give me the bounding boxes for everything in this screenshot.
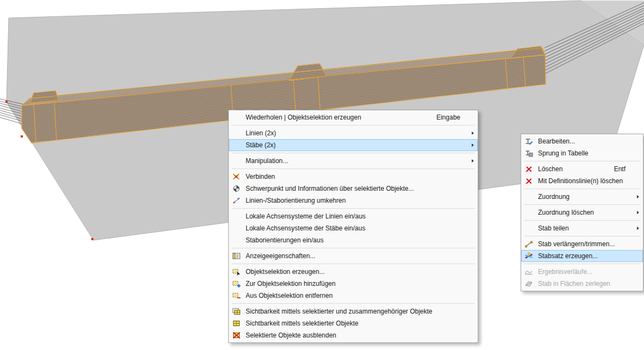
node-marker[interactable] bbox=[21, 135, 23, 138]
menu-item-aus-objektselektion[interactable]: Aus Objektselektion entfernen bbox=[229, 290, 478, 302]
menu-item-label: Zur Objektselektion hinzufügen bbox=[246, 280, 477, 288]
submenu-item-stab-in-flaechen-zerlegen[interactable]: Stab in Flächen zerlegen bbox=[521, 278, 643, 290]
menu-item-objektselektion-erzeugen[interactable]: Objektselektion erzeugen... bbox=[229, 266, 478, 278]
delete-member-icon bbox=[522, 165, 535, 173]
menu-item-label: Löschen bbox=[538, 165, 604, 173]
menu-item-staebe[interactable]: Stäbe (2x) bbox=[229, 139, 478, 151]
submenu-arrow-icon bbox=[472, 143, 474, 147]
create-object-selection-icon bbox=[230, 267, 243, 276]
submenu-item-zuordnung[interactable]: Zuordnung bbox=[521, 191, 643, 203]
node-marker[interactable] bbox=[5, 101, 8, 103]
menu-separator bbox=[524, 220, 640, 221]
menu-separator bbox=[232, 168, 475, 169]
submenu-item-zuordnung-loeschen[interactable]: Zuordnung löschen bbox=[521, 207, 643, 218]
no-icon bbox=[522, 208, 535, 217]
menu-item-label: Selektierte Objekte ausblenden bbox=[246, 332, 477, 339]
menu-item-label: Schwerpunkt und Informationen über selek… bbox=[246, 185, 477, 192]
no-icon bbox=[522, 192, 535, 201]
edit-member-icon bbox=[522, 137, 535, 146]
menu-item-label: Lokale Achsensysteme der Linien ein/aus bbox=[246, 212, 477, 220]
submenu-item-sprung-in-tabelle[interactable]: Sprung in Tabelle bbox=[521, 147, 643, 159]
submenu-arrow-icon bbox=[637, 195, 639, 198]
menu-item-label: Staborientierungen ein/aus bbox=[246, 236, 477, 244]
menu-item-sichtbarkeit-selektierte[interactable]: Sichtbarkeit mittels selektierter Objekt… bbox=[229, 317, 478, 329]
menu-item-label: Anzeigeeigenschaften... bbox=[246, 252, 477, 260]
visibility-related-objects-icon bbox=[230, 307, 243, 316]
jump-to-table-icon bbox=[522, 149, 535, 158]
submenu-item-loeschen[interactable]: Löschen Entf bbox=[521, 163, 643, 175]
no-icon bbox=[230, 212, 243, 221]
menu-item-label: Objektselektion erzeugen... bbox=[246, 268, 477, 276]
menu-item-orientierung-umkehren[interactable]: Linien-/Staborientierung umkehren bbox=[229, 195, 478, 207]
application-window: Wiederholen | Objektselektion erzeugen E… bbox=[0, 0, 644, 350]
context-menu: Wiederholen | Objektselektion erzeugen E… bbox=[228, 110, 478, 343]
menu-item-linien[interactable]: Linien (2x) bbox=[229, 127, 478, 139]
visibility-selected-objects-icon bbox=[230, 319, 243, 328]
menu-item-lokale-achsen-linien[interactable]: Lokale Achsensysteme der Linien ein/aus bbox=[229, 210, 478, 222]
submenu-item-stabsatz-erzeugen[interactable]: Stabsatz erzeugen... bbox=[521, 250, 643, 262]
menu-item-label: Ergebnisverläufe... bbox=[538, 268, 642, 276]
menu-item-label: Linien (2x) bbox=[246, 129, 477, 137]
delete-with-definition-line-icon bbox=[522, 177, 535, 185]
submenu-staebe: Bearbeiten... Sprung in Tabelle Löschen … bbox=[521, 134, 643, 291]
submenu-item-mit-definitionslinie-loeschen[interactable]: Mit Definitionslinie(n) löschen bbox=[521, 175, 643, 187]
submenu-arrow-icon bbox=[472, 132, 474, 135]
menu-item-label: Lokale Achsensysteme der Stäbe ein/aus bbox=[246, 224, 477, 232]
menu-separator bbox=[524, 161, 640, 161]
menu-item-sichtbarkeit-zusammengehoerige[interactable]: Sichtbarkeit mittels selektierter und zu… bbox=[229, 305, 478, 317]
menu-item-zur-objektselektion[interactable]: Zur Objektselektion hinzufügen bbox=[229, 278, 478, 290]
menu-item-label: Wiederholen | Objektselektion erzeugen bbox=[246, 114, 427, 121]
menu-separator bbox=[232, 208, 475, 209]
connect-icon bbox=[230, 172, 243, 181]
submenu-item-ergebnisverlaeufe[interactable]: Ergebnisverläufe... bbox=[521, 266, 643, 278]
menu-item-label: Bearbeiten... bbox=[538, 138, 642, 145]
menu-item-label: Sichtbarkeit mittels selektierter und zu… bbox=[246, 308, 477, 315]
submenu-arrow-icon bbox=[472, 159, 474, 162]
menu-item-label: Verbinden bbox=[246, 173, 477, 180]
menu-item-label: Stäbe (2x) bbox=[246, 141, 477, 149]
add-to-object-selection-icon bbox=[230, 279, 243, 288]
menu-item-manipulation[interactable]: Manipulation... bbox=[229, 155, 478, 167]
menu-item-verbinden[interactable]: Verbinden bbox=[229, 171, 478, 183]
submenu-item-stab-teilen[interactable]: Stab teilen bbox=[521, 222, 643, 234]
menu-item-label: Sprung in Tabelle bbox=[538, 149, 642, 157]
reverse-orientation-icon bbox=[230, 196, 243, 205]
menu-shortcut: Entf bbox=[604, 165, 642, 173]
menu-item-label: Manipulation... bbox=[246, 157, 477, 165]
menu-item-label: Linien-/Staborientierung umkehren bbox=[246, 197, 477, 204]
submenu-item-bearbeiten[interactable]: Bearbeiten... bbox=[521, 135, 643, 147]
menu-item-lokale-achsen-staebe[interactable]: Lokale Achsensysteme der Stäbe ein/aus bbox=[229, 222, 478, 234]
menu-separator bbox=[524, 204, 640, 205]
menu-separator bbox=[524, 236, 640, 236]
no-icon bbox=[230, 141, 243, 149]
menu-item-anzeigeeigenschaften[interactable]: Anzeigeeigenschaften... bbox=[229, 250, 478, 262]
no-icon bbox=[230, 113, 243, 122]
menu-separator bbox=[232, 248, 475, 248]
menu-shortcut: Eingabe bbox=[427, 114, 477, 121]
result-diagrams-icon bbox=[522, 267, 535, 276]
no-icon bbox=[230, 236, 243, 245]
menu-item-staborientierungen[interactable]: Staborientierungen ein/aus bbox=[229, 234, 478, 246]
hide-selected-objects-icon bbox=[230, 331, 243, 340]
menu-item-label: Zuordnung löschen bbox=[538, 209, 642, 216]
menu-item-label: Stab teilen bbox=[538, 224, 642, 232]
node-marker[interactable] bbox=[91, 238, 93, 240]
center-of-gravity-icon bbox=[230, 184, 243, 193]
menu-item-label: Sichtbarkeit mittels selektierter Objekt… bbox=[246, 320, 477, 327]
remove-from-object-selection-icon bbox=[230, 291, 243, 300]
menu-item-label: Stab verlängern/trimmen... bbox=[538, 240, 642, 248]
menu-item-label: Mit Definitionslinie(n) löschen bbox=[538, 177, 642, 185]
menu-item-label: Stabsatz erzeugen... bbox=[538, 252, 642, 260]
menu-item-schwerpunkt[interactable]: Schwerpunkt und Informationen über selek… bbox=[229, 183, 478, 195]
submenu-item-stab-verlaengern-trimmen[interactable]: Stab verlängern/trimmen... bbox=[521, 238, 643, 250]
no-icon bbox=[230, 129, 243, 138]
no-icon bbox=[522, 224, 535, 233]
menu-item-label: Stab in Flächen zerlegen bbox=[538, 280, 642, 288]
menu-separator bbox=[524, 189, 640, 189]
menu-item-wiederholen-objektselektion[interactable]: Wiederholen | Objektselektion erzeugen E… bbox=[229, 111, 478, 123]
menu-item-label: Aus Objektselektion entfernen bbox=[246, 292, 477, 299]
menu-item-objekte-ausblenden[interactable]: Selektierte Objekte ausblenden bbox=[229, 329, 478, 341]
menu-separator bbox=[232, 303, 475, 304]
extend-trim-member-icon bbox=[522, 240, 535, 248]
menu-separator bbox=[524, 264, 640, 264]
